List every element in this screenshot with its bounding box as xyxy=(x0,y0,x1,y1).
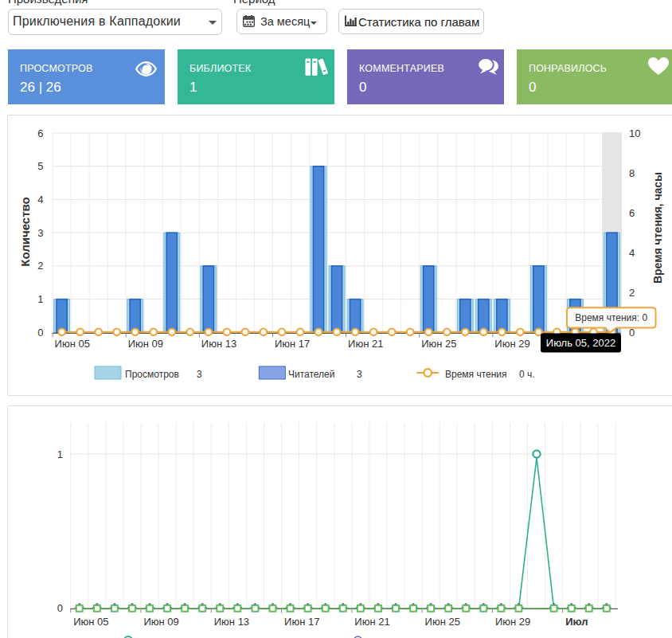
svg-text:3: 3 xyxy=(197,369,202,380)
svg-text:Июн 09: Июн 09 xyxy=(143,616,178,628)
svg-text:2: 2 xyxy=(37,260,43,272)
svg-text:Время чтения, часы: Время чтения, часы xyxy=(651,172,664,284)
svg-text:Время чтения: 0: Время чтения: 0 xyxy=(575,312,647,323)
svg-text:Июн 09: Июн 09 xyxy=(128,338,163,350)
svg-text:8: 8 xyxy=(629,167,635,179)
svg-text:1: 1 xyxy=(37,293,43,305)
svg-text:6: 6 xyxy=(629,207,635,219)
svg-text:2: 2 xyxy=(629,287,635,299)
svg-text:Количество: Количество xyxy=(18,197,32,266)
svg-text:Читателей: Читателей xyxy=(288,369,335,380)
svg-text:Время чтения: Время чтения xyxy=(445,369,507,380)
svg-text:Июн 17: Июн 17 xyxy=(275,338,310,350)
svg-text:1: 1 xyxy=(57,448,63,460)
svg-text:Июн 21: Июн 21 xyxy=(348,338,383,350)
svg-text:4: 4 xyxy=(37,194,43,205)
svg-text:Просмотров: Просмотров xyxy=(125,369,179,380)
svg-text:3: 3 xyxy=(357,369,362,380)
svg-text:5: 5 xyxy=(37,160,43,172)
svg-text:Июн 13: Июн 13 xyxy=(201,338,236,350)
svg-text:Июн 17: Июн 17 xyxy=(284,616,319,628)
svg-text:Июн 21: Июн 21 xyxy=(354,616,389,628)
svg-text:Июн 29: Июн 29 xyxy=(494,338,529,350)
svg-text:Июл: Июл xyxy=(565,616,588,628)
svg-text:Июль 05, 2022: Июль 05, 2022 xyxy=(546,337,615,349)
svg-text:Июн 25: Июн 25 xyxy=(421,338,456,350)
svg-text:Июн 13: Июн 13 xyxy=(214,616,249,628)
svg-text:Июн 05: Июн 05 xyxy=(55,338,90,350)
svg-text:0 ч.: 0 ч. xyxy=(519,369,535,380)
svg-text:Июн 25: Июн 25 xyxy=(425,616,460,628)
svg-text:6: 6 xyxy=(37,127,43,139)
svg-text:Июн 29: Июн 29 xyxy=(495,616,530,628)
svg-text:0: 0 xyxy=(57,602,63,614)
svg-text:4: 4 xyxy=(629,247,635,259)
svg-text:0: 0 xyxy=(37,327,43,339)
svg-text:Июн 05: Июн 05 xyxy=(73,616,108,628)
svg-text:3: 3 xyxy=(37,227,43,239)
svg-text:10: 10 xyxy=(629,127,640,139)
